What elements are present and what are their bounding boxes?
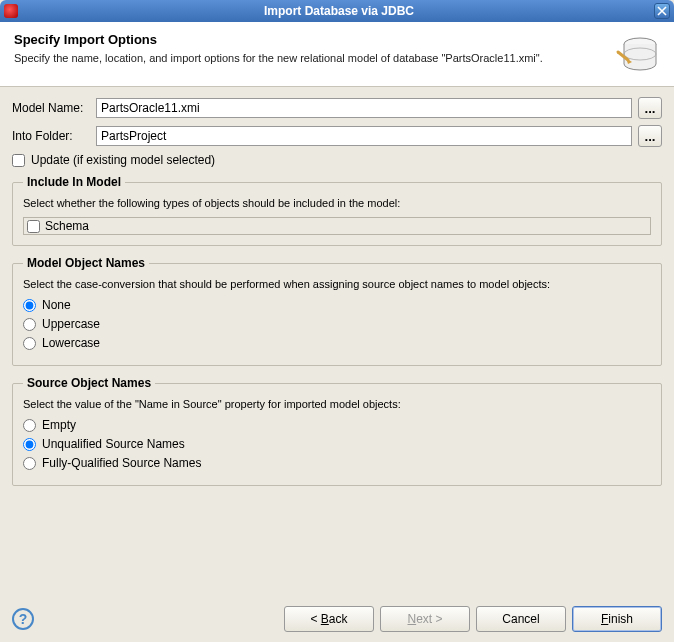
update-label: Update (if existing model selected) bbox=[31, 153, 215, 167]
source-names-desc: Select the value of the "Name in Source"… bbox=[23, 398, 651, 410]
database-icon bbox=[614, 32, 660, 78]
source-object-names-group: Source Object Names Select the value of … bbox=[12, 376, 662, 486]
help-icon: ? bbox=[19, 611, 28, 627]
source-names-legend: Source Object Names bbox=[23, 376, 155, 390]
schema-label: Schema bbox=[45, 219, 89, 233]
back-button[interactable]: < Back bbox=[284, 606, 374, 632]
app-icon bbox=[4, 4, 18, 18]
source-names-fq-radio[interactable] bbox=[23, 457, 36, 470]
into-folder-browse-button[interactable]: ... bbox=[638, 125, 662, 147]
model-names-legend: Model Object Names bbox=[23, 256, 149, 270]
close-icon bbox=[657, 6, 667, 16]
model-names-none-radio[interactable] bbox=[23, 299, 36, 312]
titlebar: Import Database via JDBC bbox=[0, 0, 674, 22]
include-in-model-group: Include In Model Select whether the foll… bbox=[12, 175, 662, 246]
model-name-label: Model Name: bbox=[12, 101, 96, 115]
source-names-empty-radio[interactable] bbox=[23, 419, 36, 432]
next-button: Next > bbox=[380, 606, 470, 632]
source-names-empty-label: Empty bbox=[42, 418, 76, 432]
model-names-upper-label: Uppercase bbox=[42, 317, 100, 331]
source-names-unq-radio[interactable] bbox=[23, 438, 36, 451]
include-legend: Include In Model bbox=[23, 175, 125, 189]
model-names-lower-radio[interactable] bbox=[23, 337, 36, 350]
include-desc: Select whether the following types of ob… bbox=[23, 197, 651, 209]
model-name-input[interactable] bbox=[96, 98, 632, 118]
finish-button[interactable]: Finish bbox=[572, 606, 662, 632]
page-title: Specify Import Options bbox=[14, 32, 604, 47]
schema-checkbox[interactable] bbox=[27, 220, 40, 233]
model-names-desc: Select the case-conversion that should b… bbox=[23, 278, 651, 290]
into-folder-label: Into Folder: bbox=[12, 129, 96, 143]
model-names-none-label: None bbox=[42, 298, 71, 312]
model-object-names-group: Model Object Names Select the case-conve… bbox=[12, 256, 662, 366]
schema-row: Schema bbox=[23, 217, 651, 235]
model-names-upper-radio[interactable] bbox=[23, 318, 36, 331]
model-names-lower-label: Lowercase bbox=[42, 336, 100, 350]
close-button[interactable] bbox=[654, 3, 670, 19]
source-names-unq-label: Unqualified Source Names bbox=[42, 437, 185, 451]
model-name-row: Model Name: ... bbox=[12, 97, 662, 119]
model-name-browse-button[interactable]: ... bbox=[638, 97, 662, 119]
cancel-button[interactable]: Cancel bbox=[476, 606, 566, 632]
update-checkbox[interactable] bbox=[12, 154, 25, 167]
window-title: Import Database via JDBC bbox=[24, 4, 654, 18]
content-area: Model Name: ... Into Folder: ... Update … bbox=[0, 87, 674, 500]
footer: ? < Back Next > Cancel Finish bbox=[0, 596, 674, 642]
help-button[interactable]: ? bbox=[12, 608, 34, 630]
wizard-header: Specify Import Options Specify the name,… bbox=[0, 22, 674, 87]
into-folder-row: Into Folder: ... bbox=[12, 125, 662, 147]
update-row: Update (if existing model selected) bbox=[12, 153, 662, 167]
into-folder-input[interactable] bbox=[96, 126, 632, 146]
source-names-fq-label: Fully-Qualified Source Names bbox=[42, 456, 201, 470]
page-description: Specify the name, location, and import o… bbox=[14, 51, 604, 66]
